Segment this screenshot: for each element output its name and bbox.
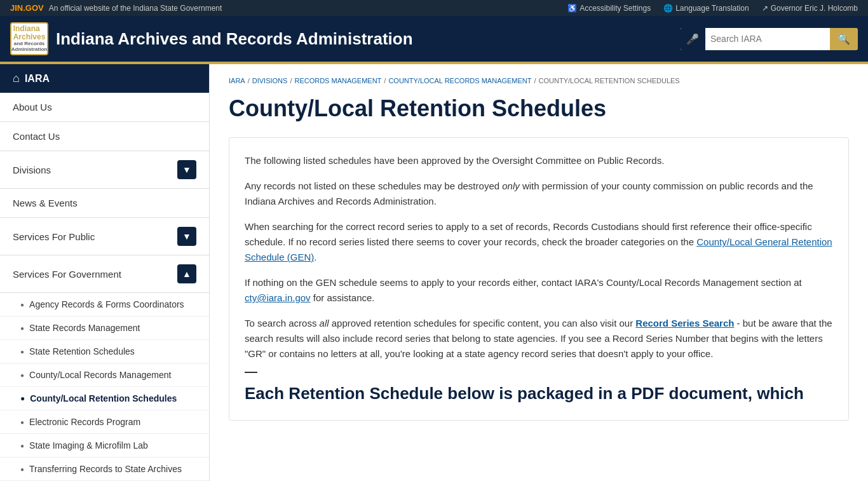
sidebar-item-contact[interactable]: Contact Us [0, 122, 209, 151]
sidebar-item-contact-label: Contact Us [13, 131, 60, 142]
bullet-icon: ● [20, 419, 24, 426]
breadcrumb-county-local-mgmt[interactable]: COUNTY/LOCAL RECORDS MANAGEMENT [388, 77, 531, 85]
sidebar-subitem-agency-records[interactable]: ● Agency Records & Forms Coordinators [0, 293, 209, 316]
bullet-icon: ● [20, 301, 24, 308]
sidebar-subitem-electronic-records[interactable]: ● Electronic Records Program [0, 410, 209, 434]
bullet-icon: ● [20, 325, 24, 332]
breadcrumb-sep-4: / [534, 77, 536, 85]
sidebar-item-services-gov[interactable]: Services For Government ▲ [0, 255, 209, 293]
sidebar-subitem-transferring[interactable]: ● Transferring Records to State Archives [0, 458, 209, 481]
site-logo[interactable]: IndianaArchives and Records Administrati… [10, 22, 48, 55]
email-link[interactable]: cty@iara.in.gov [245, 292, 311, 303]
official-text: An official website of the Indiana State… [49, 4, 222, 13]
breadcrumb-iara[interactable]: IARA [229, 77, 245, 85]
language-icon: 🌐 [663, 4, 673, 13]
content-box: The following listed schedules have been… [229, 137, 849, 421]
sidebar: ⌂ IARA About Us Contact Us Divisions ▼ N… [0, 64, 210, 481]
subitem-agency-records-label: Agency Records & Forms Coordinators [29, 299, 184, 309]
sidebar-subitem-county-local-ret[interactable]: ● County/Local Retention Schedules [0, 387, 209, 410]
bullet-icon: ● [20, 372, 24, 379]
site-title: Indiana Archives and Records Administrat… [56, 29, 413, 49]
para-2: Any records not listed on these schedule… [245, 179, 833, 209]
page-title: County/Local Retention Schedules [229, 95, 849, 122]
governor-link[interactable]: ↗ Governor Eric J. Holcomb [762, 4, 858, 13]
sidebar-submenu: ● Agency Records & Forms Coordinators ● … [0, 293, 209, 481]
breadcrumb-sep-1: / [248, 77, 250, 85]
sidebar-subitem-state-imaging[interactable]: ● State Imaging & Microfilm Lab [0, 434, 209, 458]
breadcrumb-records-mgmt[interactable]: RECORDS MANAGEMENT [294, 77, 381, 85]
sidebar-item-services-public-label: Services For Public [13, 231, 95, 242]
search-box: 🎤 🔍 [680, 28, 858, 50]
accessibility-link[interactable]: ♿ Accessibility Settings [567, 4, 651, 13]
sidebar-home-label: IARA [25, 73, 50, 85]
subitem-county-local-ret-label: County/Local Retention Schedules [30, 393, 177, 403]
subitem-electronic-records-label: Electronic Records Program [29, 417, 140, 427]
jin-gov-logo[interactable]: JIN.GOV [10, 3, 44, 13]
divisions-toggle[interactable]: ▼ [177, 160, 196, 179]
para-4: If nothing on the GEN schedule seems to … [245, 275, 833, 306]
para-3: When searching for the correct record se… [245, 219, 833, 265]
page-layout: ⌂ IARA About Us Contact Us Divisions ▼ N… [0, 64, 868, 481]
para-5-italic: all [320, 318, 329, 329]
active-bullet-icon: ● [20, 394, 25, 403]
breadcrumb: IARA / DIVISIONS / RECORDS MANAGEMENT / … [229, 77, 849, 85]
top-bar: JIN.GOV An official website of the India… [0, 0, 868, 16]
sidebar-subitem-state-retention[interactable]: ● State Retention Schedules [0, 340, 209, 363]
subitem-state-records-label: State Records Management [29, 323, 140, 333]
para-3-end: . [314, 252, 316, 262]
sidebar-subitem-county-local-mgmt[interactable]: ● County/Local Records Management [0, 363, 209, 387]
search-button[interactable]: 🔍 [830, 28, 858, 50]
sidebar-item-about-label: About Us [13, 102, 52, 112]
sidebar-item-news[interactable]: News & Events [0, 189, 209, 218]
bullet-icon: ● [20, 466, 24, 473]
search-input[interactable] [705, 29, 830, 49]
content-divider [245, 372, 257, 373]
record-series-search-link[interactable]: Record Series Search [635, 318, 734, 329]
section-heading: Each Retention Schedule below is package… [245, 383, 833, 405]
sidebar-item-news-label: News & Events [13, 198, 78, 208]
breadcrumb-divisions[interactable]: DIVISIONS [252, 77, 288, 85]
para-4-before: If nothing on the GEN schedule seems to … [245, 277, 802, 288]
sidebar-item-divisions-label: Divisions [13, 165, 51, 175]
subitem-transferring-label: Transferring Records to State Archives [29, 464, 182, 474]
site-header: IndianaArchives and Records Administrati… [0, 16, 868, 62]
subitem-county-local-mgmt-label: County/Local Records Management [29, 370, 171, 380]
sidebar-home[interactable]: ⌂ IARA [0, 64, 209, 93]
bullet-icon: ● [20, 348, 24, 355]
services-gov-toggle[interactable]: ▲ [177, 264, 196, 283]
para-4-after: for assistance. [311, 292, 375, 303]
bullet-icon: ● [20, 442, 24, 449]
sidebar-item-divisions[interactable]: Divisions ▼ [0, 151, 209, 189]
subitem-state-imaging-label: State Imaging & Microfilm Lab [29, 440, 148, 451]
para-1: The following listed schedules have been… [245, 153, 833, 168]
sidebar-item-services-gov-label: Services For Government [13, 269, 121, 280]
para-2-italic: only [502, 180, 520, 191]
external-link-icon: ↗ [762, 4, 768, 13]
subitem-state-retention-label: State Retention Schedules [29, 346, 135, 356]
breadcrumb-current: COUNTY/LOCAL RETENTION SCHEDULES [539, 77, 680, 85]
para-5: To search across all approved retention … [245, 316, 833, 362]
breadcrumb-sep-3: / [384, 77, 386, 85]
sidebar-item-services-public[interactable]: Services For Public ▼ [0, 218, 209, 255]
language-link[interactable]: 🌐 Language Translation [663, 4, 749, 13]
sidebar-subitem-state-records[interactable]: ● State Records Management [0, 316, 209, 340]
accessibility-icon: ♿ [567, 4, 577, 13]
para-2-before: Any records not listed on these schedule… [245, 180, 502, 191]
para-5-before: To search across [245, 318, 320, 329]
main-content: IARA / DIVISIONS / RECORDS MANAGEMENT / … [210, 64, 868, 481]
home-icon: ⌂ [13, 72, 20, 85]
para-5-middle: approved retention schedules for specifi… [329, 318, 636, 329]
sidebar-item-about[interactable]: About Us [0, 93, 209, 122]
breadcrumb-sep-2: / [290, 77, 292, 85]
mic-button[interactable]: 🎤 [680, 28, 705, 50]
services-public-toggle[interactable]: ▼ [177, 227, 196, 246]
